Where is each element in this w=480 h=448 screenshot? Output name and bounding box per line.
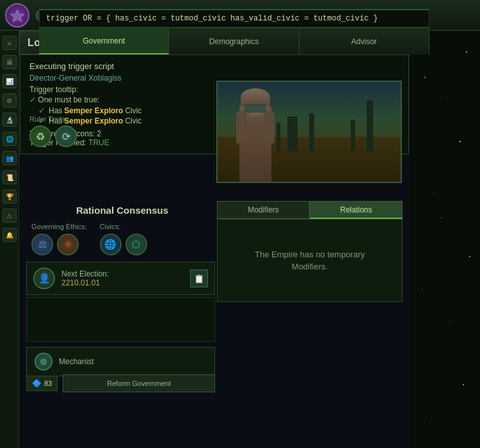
influence-badge: 🔷 83 bbox=[26, 376, 58, 391]
ethic-materialist-icon[interactable]: ⚛ bbox=[57, 234, 79, 255]
no-modifiers-text: The Empire has no temporary Modifiers. bbox=[255, 248, 365, 273]
sidebar-icon-1[interactable]: 🏛 bbox=[3, 55, 17, 69]
bottom-info-row: 🔷 83 Reform Government bbox=[26, 374, 215, 392]
mechanist-label: Mechanist bbox=[59, 357, 94, 366]
election-label: Next Election: bbox=[61, 269, 184, 278]
nav-tab-advisor[interactable]: Advisor bbox=[300, 28, 429, 54]
ethics-civics-inner: Governing Ethics: ⚖ ⚛ Civics: 🌐 ⬡ bbox=[31, 223, 210, 255]
sidebar-icon-0[interactable]: ⚔ bbox=[3, 36, 17, 50]
trait-icon-2[interactable]: ⟳ bbox=[55, 125, 77, 147]
svg-marker-0 bbox=[10, 10, 24, 22]
trigger-overlay: Executing trigger script Director-Genera… bbox=[20, 54, 409, 154]
ethics-icons: ⚖ ⚛ bbox=[31, 234, 87, 255]
spacer-area bbox=[26, 297, 215, 342]
ethics-civics-row: Governing Ethics: ⚖ ⚛ Civics: 🌐 ⬡ bbox=[26, 219, 215, 259]
portrait-background bbox=[218, 82, 401, 182]
tab-modifiers[interactable]: Modifiers bbox=[217, 201, 310, 219]
main-area: ⚔🏛📊⚙🔬🌐👥📜🏆⚠🔔 Lokken Mechanists ✕ Executin… bbox=[0, 31, 480, 448]
influence-value: 83 bbox=[44, 380, 52, 387]
empire-name-section: Rational Consensus bbox=[26, 200, 218, 220]
bottom-navigation: GovernmentDemographicsAdvisor bbox=[39, 28, 429, 54]
mechanist-icon: ⚙ bbox=[35, 353, 52, 371]
ruler-trait-icons: ♻ ⟳ bbox=[29, 125, 77, 147]
character-figure bbox=[227, 95, 284, 182]
trigger-command-input[interactable] bbox=[46, 14, 422, 23]
mechanist-row: ⚙ Mechanist bbox=[26, 347, 215, 376]
trigger-executing-label: Executing trigger script bbox=[29, 61, 399, 71]
empire-icon[interactable] bbox=[5, 3, 29, 28]
election-doc-button[interactable]: 📋 bbox=[190, 269, 208, 287]
civic-icon-1[interactable]: 🌐 bbox=[100, 234, 122, 255]
civic-icon-2[interactable]: ⬡ bbox=[125, 234, 147, 255]
civics-label: Civics: bbox=[100, 223, 147, 230]
civics-group: Civics: 🌐 ⬡ bbox=[100, 223, 147, 255]
election-date: 2210.01.01 bbox=[61, 278, 184, 287]
empire-dialog: Lokken Mechanists ✕ Executing trigger sc… bbox=[19, 31, 410, 55]
nav-tab-demographics[interactable]: Demographics bbox=[169, 28, 299, 54]
civics-icons: 🌐 ⬡ bbox=[100, 234, 147, 255]
ethics-label: Governing Ethics: bbox=[31, 223, 87, 230]
ethics-group: Governing Ethics: ⚖ ⚛ bbox=[31, 223, 87, 255]
tab-relations[interactable]: Relations bbox=[310, 201, 403, 219]
sidebar-icon-8[interactable]: 🏆 bbox=[3, 189, 17, 204]
trigger-command-bar bbox=[39, 9, 429, 28]
influence-icon: 🔷 bbox=[32, 379, 42, 388]
election-info: Next Election: 2210.01.01 bbox=[61, 269, 184, 287]
empire-portrait bbox=[216, 81, 402, 183]
nav-tab-government[interactable]: Government bbox=[39, 28, 169, 54]
modifiers-panel: The Empire has no temporary Modifiers. bbox=[217, 219, 403, 302]
sidebar-icon-9[interactable]: ⚠ bbox=[3, 209, 17, 223]
ruler-traits-label: Ruler Traits: bbox=[29, 115, 77, 123]
left-sidebar: ⚔🏛📊⚙🔬🌐👥📜🏆⚠🔔 bbox=[0, 31, 19, 448]
sidebar-icon-7[interactable]: 📜 bbox=[3, 170, 17, 184]
empire-tabs: Modifiers Relations bbox=[217, 201, 403, 219]
sidebar-icon-3[interactable]: ⚙ bbox=[3, 93, 17, 108]
election-row: 👤 Next Election: 2210.01.01 📋 bbox=[26, 262, 215, 295]
election-icon: 👤 bbox=[33, 268, 55, 289]
sidebar-icon-6[interactable]: 👥 bbox=[3, 151, 17, 165]
empire-name: Rational Consensus bbox=[26, 205, 218, 216]
trait-icon-1[interactable]: ♻ bbox=[29, 125, 51, 147]
sidebar-icon-4[interactable]: 🔬 bbox=[3, 113, 17, 127]
reform-government-button[interactable]: Reform Government bbox=[63, 374, 215, 392]
sidebar-icon-10[interactable]: 🔔 bbox=[3, 228, 17, 242]
sidebar-icon-5[interactable]: 🌐 bbox=[3, 132, 17, 146]
ruler-traits: Ruler Traits: ♻ ⟳ bbox=[29, 115, 77, 147]
sidebar-icon-2[interactable]: 📊 bbox=[3, 74, 17, 88]
ethic-egalitarian-icon[interactable]: ⚖ bbox=[31, 234, 53, 255]
